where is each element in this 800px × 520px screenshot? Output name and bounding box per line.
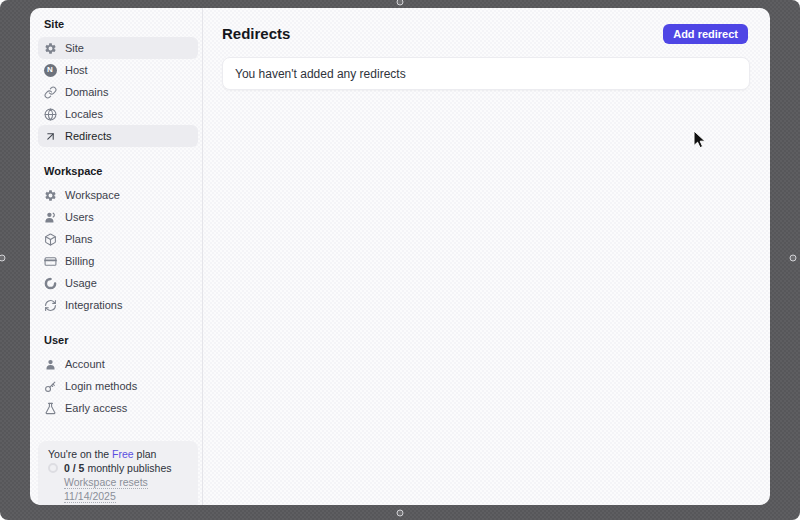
main-content: Redirects Add redirect You haven't added… xyxy=(203,8,770,505)
sidebar-item-label: Integrations xyxy=(65,299,122,311)
sidebar-item-site[interactable]: Site xyxy=(38,37,198,59)
sidebar-item-label: Account xyxy=(65,358,105,370)
sidebar-item-label: Usage xyxy=(65,277,97,289)
sidebar-section-site: Site xyxy=(38,18,197,30)
screen-capture-frame: Site Site N Host Domains xyxy=(0,0,800,520)
sidebar-item-label: Login methods xyxy=(65,380,137,392)
workspace-reset-note[interactable]: Workspace resets 11/14/2025 xyxy=(64,475,190,503)
plan-name-link[interactable]: Free xyxy=(112,448,134,460)
sidebar-section-workspace: Workspace xyxy=(38,165,197,177)
resize-handle-top[interactable] xyxy=(397,0,404,6)
arrow-up-right-icon xyxy=(43,129,57,143)
link-icon xyxy=(43,85,57,99)
sidebar-item-users[interactable]: Users xyxy=(38,206,198,228)
plan-summary: You're on the Free plan xyxy=(48,447,190,461)
sidebar-item-integrations[interactable]: Integrations xyxy=(38,294,198,316)
key-icon xyxy=(43,379,57,393)
sidebar-item-domains[interactable]: Domains xyxy=(38,81,198,103)
credit-card-icon xyxy=(43,254,57,268)
page-title: Redirects xyxy=(222,24,290,44)
flask-icon xyxy=(43,401,57,415)
sidebar-item-host[interactable]: N Host xyxy=(38,59,198,81)
app-window: Site Site N Host Domains xyxy=(30,8,770,505)
sidebar-item-label: Host xyxy=(65,64,88,76)
gear-icon xyxy=(43,188,57,202)
sidebar-item-login-methods[interactable]: Login methods xyxy=(38,375,198,397)
add-redirect-button[interactable]: Add redirect xyxy=(663,24,748,44)
sidebar-item-label: Site xyxy=(65,42,84,54)
usage-gauge-icon xyxy=(43,276,57,290)
sidebar-item-label: Billing xyxy=(65,255,94,267)
progress-ring-icon xyxy=(48,463,58,473)
sidebar-item-usage[interactable]: Usage xyxy=(38,272,198,294)
empty-state-text: You haven't added any redirects xyxy=(235,67,406,81)
sidebar-item-locales[interactable]: Locales xyxy=(38,103,198,125)
sidebar-item-label: Workspace xyxy=(65,189,120,201)
sidebar-item-label: Users xyxy=(65,211,94,223)
user-icon xyxy=(43,357,57,371)
sidebar-item-early-access[interactable]: Early access xyxy=(38,397,198,419)
users-icon xyxy=(43,210,57,224)
plan-card: You're on the Free plan 0 / 5 monthly pu… xyxy=(38,441,198,505)
sidebar-item-account[interactable]: Account xyxy=(38,353,198,375)
cube-icon xyxy=(43,232,57,246)
resize-handle-bottom[interactable] xyxy=(397,510,404,517)
resize-handle-left[interactable] xyxy=(0,255,6,262)
sidebar-item-label: Redirects xyxy=(65,130,111,142)
page-header: Redirects Add redirect xyxy=(203,8,770,44)
resize-handle-right[interactable] xyxy=(790,255,797,262)
sidebar-item-label: Domains xyxy=(65,86,108,98)
sidebar-item-plans[interactable]: Plans xyxy=(38,228,198,250)
gear-icon xyxy=(43,41,57,55)
sidebar-section-user: User xyxy=(38,334,197,346)
sidebar-item-label: Locales xyxy=(65,108,103,120)
sidebar-item-redirects[interactable]: Redirects xyxy=(38,125,198,147)
sidebar-item-billing[interactable]: Billing xyxy=(38,250,198,272)
host-logo-icon: N xyxy=(43,63,57,77)
globe-icon xyxy=(43,107,57,121)
publish-usage: 0 / 5 monthly publishes xyxy=(48,461,190,475)
sidebar: Site Site N Host Domains xyxy=(30,8,203,505)
redirects-empty-state: You haven't added any redirects xyxy=(222,57,750,90)
sidebar-item-label: Early access xyxy=(65,402,127,414)
sidebar-item-label: Plans xyxy=(65,233,93,245)
sidebar-item-workspace[interactable]: Workspace xyxy=(38,184,198,206)
refresh-icon xyxy=(43,298,57,312)
